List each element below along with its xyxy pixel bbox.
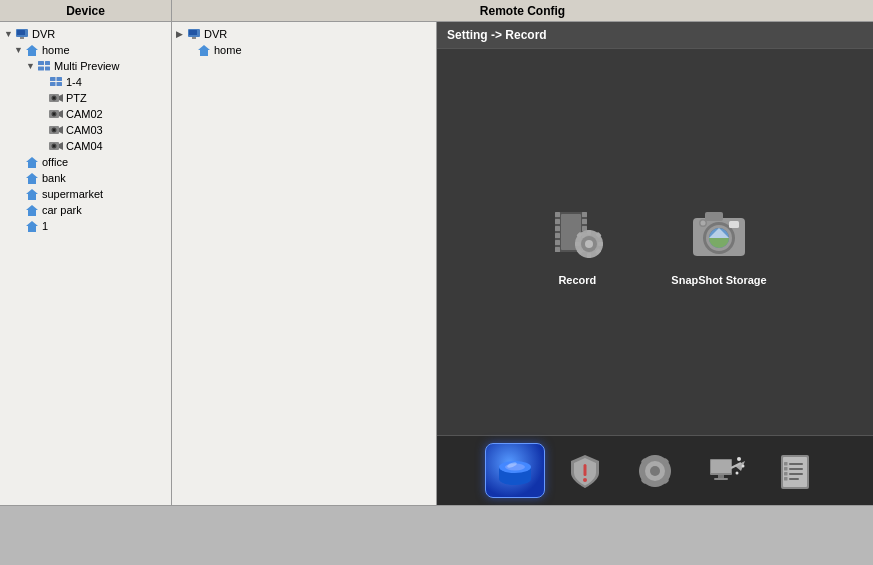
tree-item-cam04[interactable]: ▶ CAM04 <box>0 138 171 154</box>
cam02-icon <box>48 107 64 121</box>
tree-label-office: office <box>42 156 68 168</box>
tree-item-1-4[interactable]: ▶ 1-4 <box>0 74 171 90</box>
svg-rect-34 <box>192 37 196 39</box>
svg-rect-41 <box>555 233 560 238</box>
svg-rect-5 <box>45 61 50 65</box>
tree-item-multi-preview[interactable]: ▼ Multi Preview <box>0 58 171 74</box>
one-icon <box>24 219 40 233</box>
svg-rect-6 <box>38 67 44 71</box>
mid-label-home: home <box>214 44 242 56</box>
svg-rect-45 <box>582 219 587 224</box>
alarm-button[interactable] <box>555 443 615 498</box>
checklist-button[interactable] <box>765 443 825 498</box>
settings-gear-icon <box>635 451 675 491</box>
svg-rect-7 <box>45 67 50 71</box>
snapshot-icon-wrapper <box>685 198 753 266</box>
middle-panel: ▶ DVR ▶ home <box>172 22 437 505</box>
mid-tree-item-dvr[interactable]: ▶ DVR <box>172 26 436 42</box>
tree-label-cam04: CAM04 <box>66 140 103 152</box>
svg-point-83 <box>650 466 660 476</box>
tree-label-car-park: car park <box>42 204 82 216</box>
svg-rect-71 <box>729 221 739 228</box>
tree-item-bank[interactable]: ▶ bank <box>0 170 171 186</box>
tree-item-cam02[interactable]: ▶ CAM02 <box>0 106 171 122</box>
svg-rect-103 <box>789 463 803 465</box>
svg-marker-29 <box>26 173 38 184</box>
bottom-toolbar <box>437 435 873 505</box>
expand-arrow: ▼ <box>4 29 14 39</box>
supermarket-icon <box>24 187 40 201</box>
svg-rect-46 <box>582 226 587 231</box>
svg-rect-35 <box>189 30 197 35</box>
svg-rect-93 <box>711 460 731 473</box>
svg-rect-10 <box>50 82 56 86</box>
expand-arrow-home: ▼ <box>14 45 24 55</box>
cam03-icon <box>48 123 64 137</box>
tree-item-ptz[interactable]: ▶ PTZ <box>0 90 171 106</box>
record-icon-wrapper <box>543 198 611 266</box>
mid-tree-item-home[interactable]: ▶ home <box>172 42 436 58</box>
tree-item-office[interactable]: ▶ office <box>0 154 171 170</box>
svg-rect-86 <box>639 469 645 473</box>
svg-marker-25 <box>59 142 63 150</box>
tree-label-dvr: DVR <box>32 28 55 40</box>
svg-rect-44 <box>582 212 587 217</box>
header-remote-config-label: Remote Config <box>172 0 873 21</box>
svg-rect-8 <box>50 77 56 81</box>
tree-item-home[interactable]: ▼ home <box>0 42 171 58</box>
svg-marker-36 <box>198 45 210 56</box>
expand-arrow-multi: ▼ <box>26 61 36 71</box>
mid-arrow-dvr: ▶ <box>176 29 186 39</box>
tree-item-dvr[interactable]: ▼ DVR <box>0 26 171 42</box>
storage-button[interactable] <box>485 443 545 498</box>
main-container: Device Remote Config ▼ DVR ▼ <box>0 0 873 565</box>
svg-rect-40 <box>555 226 560 231</box>
svg-rect-39 <box>555 219 560 224</box>
svg-rect-56 <box>575 242 580 246</box>
cam04-icon <box>48 139 64 153</box>
mid-dvr-icon <box>186 27 202 41</box>
svg-marker-21 <box>59 126 63 134</box>
svg-rect-109 <box>784 472 788 476</box>
svg-point-53 <box>585 240 593 248</box>
svg-rect-11 <box>57 82 63 86</box>
tree-label-1-4: 1-4 <box>66 76 82 88</box>
snapshot-config-item[interactable]: SnapShot Storage <box>671 198 766 286</box>
svg-point-73 <box>701 221 706 226</box>
header-device-label: Device <box>0 0 172 21</box>
svg-point-100 <box>736 471 739 474</box>
record-config-item[interactable]: Record <box>543 198 611 286</box>
car-park-icon <box>24 203 40 217</box>
tree-label-supermarket: supermarket <box>42 188 103 200</box>
record-icon <box>547 202 607 262</box>
svg-rect-63 <box>705 212 723 221</box>
tree-label-home: home <box>42 44 70 56</box>
svg-point-99 <box>742 464 745 467</box>
remote-config-panel: Setting -> Record <box>437 22 873 505</box>
settings-button[interactable] <box>625 443 685 498</box>
svg-rect-55 <box>587 253 591 258</box>
svg-rect-108 <box>784 467 788 471</box>
header-row: Device Remote Config <box>0 0 873 22</box>
tree-item-1[interactable]: ▶ 1 <box>0 218 171 234</box>
svg-rect-43 <box>555 247 560 252</box>
svg-marker-17 <box>59 110 63 118</box>
cam-ptz-icon <box>48 91 64 105</box>
svg-point-98 <box>737 457 741 461</box>
content-row: ▼ DVR ▼ home <box>0 22 873 505</box>
svg-rect-110 <box>784 477 788 481</box>
svg-rect-79 <box>584 464 587 476</box>
tree-item-cam03[interactable]: ▶ CAM03 <box>0 122 171 138</box>
multi-preview-icon <box>36 59 52 73</box>
tree-label-cam02: CAM02 <box>66 108 103 120</box>
device-panel: ▼ DVR ▼ home <box>0 22 172 505</box>
svg-point-23 <box>53 129 55 131</box>
snapshot-icon <box>685 198 753 266</box>
tree-item-car-park[interactable]: ▶ car park <box>0 202 171 218</box>
tree-label-ptz: PTZ <box>66 92 87 104</box>
svg-marker-28 <box>26 157 38 168</box>
tree-item-supermarket[interactable]: ▶ supermarket <box>0 186 171 202</box>
network-button[interactable] <box>695 443 755 498</box>
svg-marker-30 <box>26 189 38 200</box>
svg-rect-1 <box>20 37 24 39</box>
